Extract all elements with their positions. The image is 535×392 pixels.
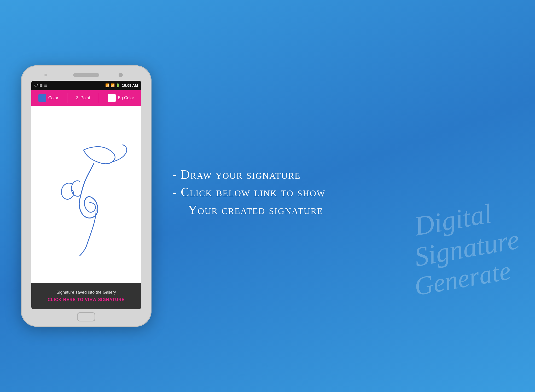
phone-speaker <box>73 73 99 77</box>
app-toolbar: Color 3 Point Bg Color <box>31 90 141 106</box>
status-bar: Ⓘ ▦ ☰ 📶 📶 🔋 10:09 AM <box>31 81 141 90</box>
front-camera <box>119 73 123 77</box>
home-button[interactable] <box>77 312 95 321</box>
status-time: 10:09 AM <box>122 83 138 88</box>
phone-bottom-bezel <box>77 312 95 321</box>
gallery-icon: ▦ <box>39 83 43 88</box>
bars-icon: ☰ <box>44 83 47 88</box>
signal-icon: 📶 <box>111 83 115 88</box>
point-label: Point <box>80 96 90 100</box>
saved-notification: Signature saved into the Gallery <box>56 290 116 295</box>
divider-2 <box>99 93 99 103</box>
instruction-line-1: - Draw your signature <box>172 166 514 183</box>
point-value: 3 <box>76 96 78 100</box>
right-panel: - Draw your signature - Click below link… <box>152 150 535 242</box>
bg-color-swatch[interactable] <box>108 94 116 102</box>
color-picker[interactable]: Color <box>38 94 58 102</box>
notification-bar: Signature saved into the Gallery CLICK H… <box>31 283 141 309</box>
instruction-line-2: - Click below link to show <box>172 183 514 201</box>
phone-mockup: Ⓘ ▦ ☰ 📶 📶 🔋 10:09 AM Color <box>21 65 152 327</box>
bg-color-label: Bg Color <box>118 96 134 100</box>
status-icons-right: 📶 📶 🔋 10:09 AM <box>105 83 138 88</box>
pen-color-swatch[interactable] <box>38 94 46 102</box>
battery-icon: 🔋 <box>116 83 120 88</box>
front-sensor <box>44 74 47 76</box>
status-icons-left: Ⓘ ▦ ☰ <box>34 83 47 88</box>
watermark-signature: Signature <box>412 224 521 272</box>
watermark-generate: Generate <box>412 254 526 301</box>
instruction-line-3: Your created signature <box>172 201 514 218</box>
phone-top-bezel <box>21 71 152 79</box>
phone-screen: Ⓘ ▦ ☰ 📶 📶 🔋 10:09 AM Color <box>31 81 141 309</box>
point-size-picker[interactable]: 3 Point <box>76 96 90 100</box>
wifi-icon: 📶 <box>105 83 109 88</box>
phone-body: Ⓘ ▦ ☰ 📶 📶 🔋 10:09 AM Color <box>21 65 152 327</box>
divider-1 <box>67 93 67 103</box>
hulu-icon: Ⓘ <box>34 83 38 88</box>
instruction-list: - Draw your signature - Click below link… <box>172 166 514 218</box>
view-signature-link[interactable]: CLICK HERE TO VIEW SIGNATURE <box>48 297 125 302</box>
color-label: Color <box>48 96 58 100</box>
signature-canvas[interactable] <box>31 106 141 283</box>
bg-color-picker[interactable]: Bg Color <box>108 94 134 102</box>
